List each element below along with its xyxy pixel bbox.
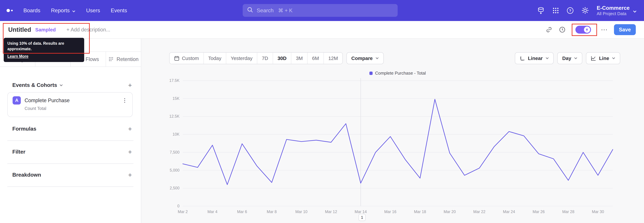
nav-events-label: Events [111, 8, 127, 14]
date-custom-button[interactable]: Custom [170, 53, 204, 64]
scale-linear-label: Linear [528, 55, 543, 61]
chevron-down-icon [633, 7, 636, 14]
data-management-icon[interactable] [537, 7, 544, 14]
nav-boards-label: Boards [24, 8, 40, 14]
chart-panel: Custom Today Yesterday 7D 30D 3M 6M 12M … [141, 39, 644, 223]
breakdown-label[interactable]: Breakdown [12, 172, 41, 178]
add-filter-button[interactable]: + [128, 149, 132, 155]
date-today-button[interactable]: Today [204, 53, 226, 64]
svg-text:Mar 16: Mar 16 [384, 210, 396, 214]
event-avatar: A [12, 96, 21, 104]
chart-type-line-button[interactable]: Line [586, 52, 620, 64]
search-input[interactable]: Search ⌘ + K [243, 4, 398, 17]
formulas-label[interactable]: Formulas [12, 126, 36, 132]
retention-icon [108, 56, 114, 62]
svg-text:Mar 26: Mar 26 [533, 210, 545, 214]
svg-text:17.5K: 17.5K [169, 78, 180, 83]
report-title[interactable]: Untitled [8, 26, 31, 33]
nav-reports[interactable]: Reports [51, 8, 76, 14]
add-formula-button[interactable]: + [128, 126, 132, 132]
chevron-down-icon [72, 8, 76, 14]
date-7d-button[interactable]: 7D [257, 53, 272, 64]
line-chart[interactable]: 02,5005,0007,50010K12.5K15K17.5KMar 2Mar… [169, 78, 638, 216]
search-shortcut: ⌘ + K [278, 8, 292, 14]
event-name[interactable]: Complete Purchase [24, 97, 70, 103]
svg-text:Mar 30: Mar 30 [592, 210, 604, 214]
filter-label[interactable]: Filter [12, 149, 25, 155]
date-30d-button[interactable]: 30D [273, 53, 291, 64]
svg-text:Mar 28: Mar 28 [562, 210, 574, 214]
granularity-day-button[interactable]: Day [557, 52, 582, 64]
copy-link-icon[interactable] [546, 26, 552, 33]
date-12m-button[interactable]: 12M [324, 53, 342, 64]
tooltip-text: Using 10% of data. Results are approxima… [8, 41, 80, 52]
svg-text:Mar 8: Mar 8 [267, 210, 276, 214]
project-subtitle: All Project Data [597, 11, 630, 16]
svg-text:?: ? [569, 9, 571, 13]
sampling-toggle[interactable] [576, 26, 591, 34]
svg-text:Mar 6: Mar 6 [237, 210, 247, 214]
nav-boards[interactable]: Boards [24, 8, 40, 14]
divider [8, 163, 134, 164]
add-breakdown-button[interactable]: + [128, 172, 132, 178]
line-chart-icon [591, 56, 596, 61]
kebab-menu-icon[interactable]: ⋮ [122, 97, 128, 103]
search-placeholder: Search [257, 8, 274, 14]
project-switcher[interactable]: E-Commerce All Project Data [597, 5, 636, 16]
apps-grid-icon[interactable] [552, 7, 559, 14]
date-range-group: Custom Today Yesterday 7D 30D 3M 6M 12M [169, 52, 343, 64]
nav-users-label: Users [86, 8, 100, 14]
svg-text:Mar 12: Mar 12 [325, 210, 337, 214]
compare-button[interactable]: Compare [346, 52, 384, 64]
pagination-page[interactable]: 1 [358, 214, 366, 221]
svg-text:15K: 15K [172, 96, 180, 101]
chart-toolbar: Custom Today Yesterday 7D 30D 3M 6M 12M … [169, 52, 620, 64]
help-icon[interactable]: ? [567, 7, 574, 14]
svg-text:10K: 10K [172, 132, 180, 137]
date-6m-button[interactable]: 6M [307, 53, 324, 64]
svg-text:Mar 22: Mar 22 [473, 210, 485, 214]
events-cohorts-text: Events & Cohorts [12, 82, 57, 88]
event-card[interactable]: A Complete Purchase ⋮ Count Total [8, 92, 133, 117]
settings-gear-icon[interactable] [582, 7, 589, 14]
date-3m-button[interactable]: 3M [291, 53, 307, 64]
add-event-button[interactable]: + [128, 82, 132, 88]
sidebar: Insights Funnels Flows Retention Events … [0, 39, 141, 223]
chevron-down-icon [546, 57, 549, 59]
learn-more-link[interactable]: Learn More [8, 54, 28, 58]
date-yesterday-button[interactable]: Yesterday [226, 53, 257, 64]
svg-text:2,500: 2,500 [170, 186, 180, 190]
chevron-down-icon [574, 57, 578, 59]
formulas-section: Formulas + [12, 124, 132, 134]
sampled-badge[interactable]: Sampled [35, 27, 56, 33]
tab-flows-label: Flows [86, 56, 99, 62]
mixpanel-logo[interactable] [6, 9, 13, 12]
save-button[interactable]: Save [614, 24, 636, 35]
history-icon[interactable] [559, 26, 566, 33]
event-measure[interactable]: Count Total [24, 106, 127, 111]
svg-text:Mar 14: Mar 14 [354, 210, 366, 214]
chart-legend[interactable]: Complete Purchase - Total [369, 71, 426, 76]
filter-section: Filter + [12, 147, 132, 157]
tab-retention-label: Retention [116, 56, 138, 62]
events-cohorts-label[interactable]: Events & Cohorts [12, 82, 63, 88]
add-description[interactable]: + Add description... [66, 27, 110, 33]
divider [8, 140, 134, 141]
nav-reports-label: Reports [51, 8, 70, 14]
svg-text:Mar 20: Mar 20 [444, 210, 456, 214]
scale-linear-button[interactable]: Linear [515, 52, 554, 64]
nav-users[interactable]: Users [86, 8, 100, 14]
project-name: E-Commerce [597, 5, 630, 11]
svg-text:0: 0 [177, 204, 180, 208]
chart-type-line-label: Line [599, 55, 609, 61]
sampling-tooltip: Using 10% of data. Results are approxima… [4, 38, 84, 62]
compare-label: Compare [351, 55, 373, 61]
tab-retention[interactable]: Retention [106, 52, 141, 67]
calendar-icon [174, 56, 180, 61]
logo-dot-icon [11, 10, 13, 12]
more-menu-icon[interactable]: ⋯ [601, 26, 607, 33]
breakdown-section: Breakdown + [12, 170, 132, 180]
date-custom-label: Custom [182, 55, 199, 61]
nav-events[interactable]: Events [111, 8, 127, 14]
svg-text:7,500: 7,500 [170, 150, 180, 154]
